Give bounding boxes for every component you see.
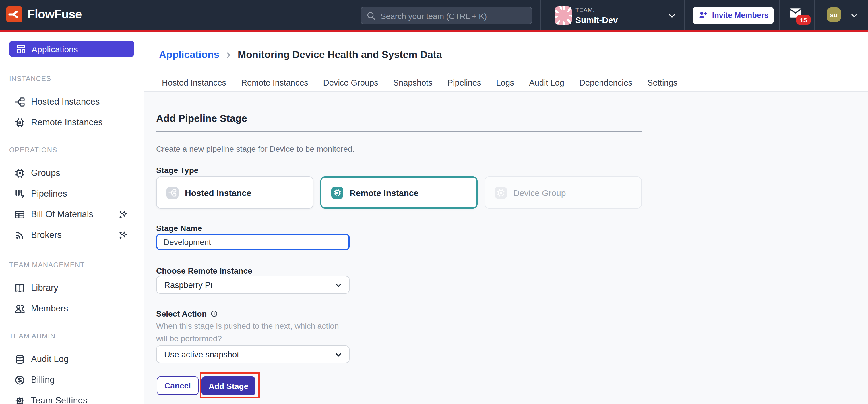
add-stage-button[interactable]: Add Stage — [202, 376, 255, 395]
breadcrumb-applications-link[interactable]: Applications — [159, 49, 219, 61]
brand-name: FlowFuse — [28, 7, 82, 21]
tab-logs[interactable]: Logs — [496, 78, 514, 87]
info-icon[interactable] — [210, 310, 218, 318]
stage-name-input[interactable]: Development — [156, 234, 350, 250]
device-group-icon — [495, 186, 507, 199]
stage-type-options: Hosted Instance Remote Instance — [156, 176, 642, 209]
sidebar-item-label: Bill Of Materials — [31, 209, 93, 220]
chevron-down-icon[interactable] — [849, 11, 859, 20]
database-icon — [14, 354, 25, 365]
select-action-label: Select Action — [156, 309, 207, 318]
team-selector[interactable]: TEAM: Sumit-Dev — [575, 7, 618, 24]
rss-icon — [14, 230, 25, 240]
brand[interactable]: FlowFuse — [6, 6, 82, 22]
team-avatar[interactable] — [555, 6, 572, 24]
book-open-icon — [14, 283, 25, 293]
action-value: Use active snapshot — [164, 350, 239, 359]
invite-members-label: Invite Members — [712, 11, 769, 20]
form-description: Create a new pipeline stage for Device t… — [156, 144, 354, 153]
invite-members-button[interactable]: Invite Members — [693, 7, 774, 24]
team-label: TEAM: — [575, 7, 618, 13]
sidebar-item-applications[interactable]: Applications — [9, 41, 134, 57]
sidebar-item-remote-instances[interactable]: Remote Instances — [0, 112, 144, 133]
tab-audit-log[interactable]: Audit Log — [529, 78, 564, 87]
search-input[interactable] — [379, 7, 528, 24]
header-divider — [814, 0, 815, 30]
sidebar-item-label: Remote Instances — [31, 117, 103, 127]
device-group-icon — [14, 168, 25, 178]
table-icon — [14, 209, 25, 220]
sidebar-item-label: Brokers — [31, 230, 62, 240]
header-divider — [540, 0, 541, 30]
app-window: FlowFuse TEAM: Sumit-Dev Invite Members — [0, 0, 868, 404]
currency-dollar-icon — [14, 374, 25, 385]
remote-instance-select[interactable]: Raspberry Pi — [156, 276, 350, 294]
sidebar-item-label: Billing — [31, 375, 55, 385]
tab-pipelines[interactable]: Pipelines — [447, 78, 482, 87]
tab-device-groups[interactable]: Device Groups — [323, 78, 378, 87]
sidebar-section-team-management: TEAM MANAGEMENT — [9, 261, 144, 269]
sidebar-item-brokers[interactable]: Brokers — [0, 225, 144, 246]
sidebar-item-label: Members — [31, 304, 68, 314]
application-tabs: Hosted Instances Remote Instances Device… — [162, 78, 677, 87]
notifications-button[interactable]: 15 — [789, 8, 812, 26]
sidebar-item-bill-of-materials[interactable]: Bill Of Materials — [0, 204, 144, 225]
tab-remote-instances[interactable]: Remote Instances — [241, 78, 308, 87]
sidebar-item-team-settings[interactable]: Team Settings — [0, 390, 144, 404]
sidebar-item-label: Audit Log — [31, 354, 69, 364]
main-content: Applications Monitoring Device Health an… — [144, 32, 868, 404]
action-select[interactable]: Use active snapshot — [156, 345, 350, 363]
sidebar-item-label: Pipelines — [31, 189, 67, 199]
form-title: Add Pipeline Stage — [156, 113, 247, 125]
user-avatar[interactable]: su — [827, 7, 841, 22]
user-plus-icon — [699, 10, 708, 20]
sidebar-item-label: Applications — [32, 44, 78, 54]
tab-dependencies[interactable]: Dependencies — [579, 78, 632, 87]
sidebar-item-label: Groups — [31, 168, 60, 178]
header-divider — [684, 0, 685, 30]
sidebar-item-members[interactable]: Members — [0, 298, 144, 319]
sidebar-item-label: Library — [31, 283, 58, 293]
tab-snapshots[interactable]: Snapshots — [393, 78, 433, 87]
stage-name-value: Development — [164, 237, 211, 247]
sparkles-icon — [119, 209, 129, 219]
title-divider — [156, 131, 642, 132]
users-icon — [14, 303, 25, 314]
header-divider — [779, 0, 780, 30]
sidebar-item-library[interactable]: Library — [0, 278, 144, 298]
hosted-instances-icon — [166, 186, 179, 199]
stage-type-label: Stage Type — [156, 166, 198, 175]
chevron-down-icon[interactable] — [667, 11, 677, 21]
stage-type-option-remote-instance[interactable]: Remote Instance — [320, 176, 477, 209]
chevron-down-icon — [334, 351, 343, 359]
sidebar-item-label: Hosted Instances — [31, 96, 100, 107]
stage-type-option-hosted-instance[interactable]: Hosted Instance — [156, 176, 313, 209]
chevron-right-icon — [224, 51, 232, 59]
applications-icon — [16, 44, 26, 54]
sidebar-item-pipelines[interactable]: Pipelines — [0, 183, 144, 204]
sidebar-item-groups[interactable]: Groups — [0, 163, 144, 183]
hosted-instances-icon — [14, 96, 25, 107]
breadcrumb: Applications Monitoring Device Health an… — [159, 49, 442, 61]
sparkles-icon — [119, 230, 129, 240]
stage-name-label: Stage Name — [156, 224, 202, 233]
cancel-button[interactable]: Cancel — [157, 376, 198, 395]
tab-settings[interactable]: Settings — [647, 78, 677, 87]
page-title: Monitoring Device Health and System Data — [238, 49, 442, 61]
select-action-label-row: Select Action — [156, 309, 218, 318]
sidebar-item-hosted-instances[interactable]: Hosted Instances — [0, 91, 144, 112]
sidebar: Applications INSTANCES Hosted Instances — [0, 32, 144, 404]
sidebar-item-billing[interactable]: Billing — [0, 370, 144, 390]
sidebar-item-audit-log[interactable]: Audit Log — [0, 349, 144, 370]
option-label: Hosted Instance — [185, 187, 251, 197]
stage-type-option-device-group: Device Group — [485, 176, 642, 209]
remote-instance-value: Raspberry Pi — [164, 280, 212, 289]
flowfuse-logo-icon — [6, 6, 22, 22]
remote-instance-label: Choose Remote Instance — [156, 266, 252, 275]
tab-hosted-instances[interactable]: Hosted Instances — [162, 78, 226, 87]
chevron-down-icon — [334, 281, 343, 290]
team-name: Sumit-Dev — [575, 15, 618, 24]
sidebar-section-operations: OPERATIONS — [9, 146, 144, 154]
sidebar-section-instances: INSTANCES — [9, 75, 144, 83]
sidebar-section-team-admin: TEAM ADMIN — [9, 332, 144, 341]
